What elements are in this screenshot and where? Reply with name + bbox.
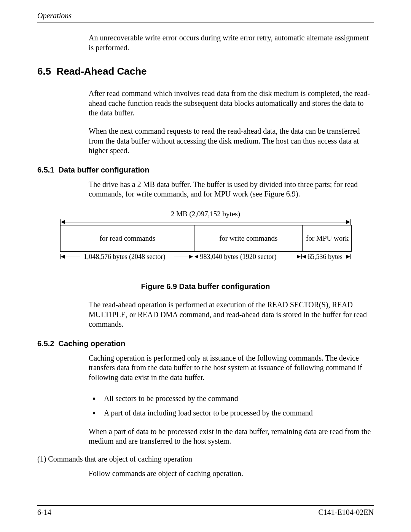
list-item: All sectors to be processed by the comma… [100,391,374,406]
dimension-hline [65,257,80,257]
tick-mark [350,219,351,225]
heading-title: Caching operation [59,339,126,348]
document-code: C141-E104-02EN [318,508,374,517]
paragraph: Follow commands are object of caching op… [89,469,374,479]
dimension-bottom: 1,048,576 bytes (2048 sector) 983,040 by… [60,253,351,268]
segment-mpu: for MPU work [303,225,352,251]
arrow-left-icon [61,220,65,224]
tick-mark [350,254,351,259]
heading-number: 6.5.2 [37,339,54,348]
heading-6-5-2: 6.5.2 Caching operation [37,339,374,348]
tick-mark [60,254,61,259]
total-size-label: 2 MB (2,097,152 bytes) [60,210,351,219]
buffer-segments: for read commands for write commands for… [60,225,352,252]
page-footer: 6-14 C141-E104-02EN [37,505,374,517]
paragraph: The drive has a 2 MB data buffer. The bu… [89,180,374,199]
arrow-right-icon [297,255,301,259]
segment-read: for read commands [61,225,194,251]
heading-6-5: 6.5 Read-Ahead Cache [37,66,374,77]
heading-6-5-1: 6.5.1 Data buffer configuration [37,166,374,174]
read-size-label: 1,048,576 bytes (2048 sector) [84,253,165,261]
page-header: Operations [37,11,374,22]
paragraph: When a part of data to be processed exis… [89,427,374,446]
arrow-right-icon [346,220,350,224]
tick-mark [301,254,302,259]
arrow-right-icon [189,255,193,259]
list-item: A part of data including load sector to … [100,406,374,420]
numbered-item: (1) Commands that are object of caching … [37,455,374,463]
arrow-left-icon [61,255,65,259]
segment-write: for write commands [194,225,303,251]
write-size-label: 983,040 bytes (1920 sector) [200,253,276,261]
paragraph: When the next command requests to read t… [89,126,374,156]
bullet-list: All sectors to be processed by the comma… [89,391,374,420]
header-section: Operations [37,11,72,20]
paragraph: Caching operation is performed only at i… [89,353,374,383]
dimension-line [60,219,351,225]
tick-mark [60,219,61,225]
dimension-hline [65,222,346,222]
buffer-diagram: 2 MB (2,097,152 bytes) for read commands… [60,210,351,268]
figure-caption: Figure 6.9 Data buffer configuration [37,282,374,291]
footer-rule [37,505,374,506]
mpu-size-label: 65,536 bytes [307,253,342,261]
heading-number: 6.5.1 [37,166,54,174]
paragraph: The read-ahead operation is performed at… [89,300,374,329]
arrow-left-icon [302,255,306,259]
heading-title: Data buffer configuration [59,166,150,174]
footer-row: 6-14 C141-E104-02EN [37,508,374,517]
page: Operations An unrecoverable write error … [0,0,411,532]
heading-title: Read-Ahead Cache [57,66,147,77]
dimension-top: 2 MB (2,097,152 bytes) [60,210,351,224]
page-number: 6-14 [37,508,51,517]
heading-number: 6.5 [37,66,51,77]
paragraph: After read command which involves read d… [89,89,374,118]
arrow-right-icon [346,255,350,259]
dimension-hline [174,257,189,257]
arrow-left-icon [194,255,198,259]
intro-paragraph: An unrecoverable write error occurs duri… [89,33,374,53]
tick-mark [194,254,194,259]
